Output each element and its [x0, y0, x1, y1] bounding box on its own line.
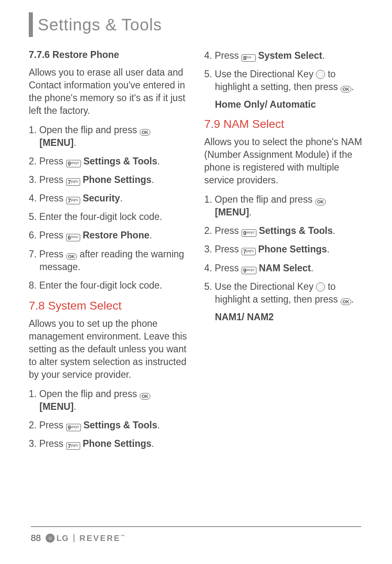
step-bold: [MENU]	[39, 137, 74, 148]
step-776-2: 2. Press 9wxyz Settings & Tools.	[29, 155, 188, 168]
heading-7-8: 7.8 System Select	[29, 299, 188, 312]
page-title: Settings & Tools	[38, 16, 162, 34]
page-footer: 88 ☺ LG REVERE™	[31, 526, 361, 543]
step-text: 4. Press	[29, 193, 66, 203]
model-name: REVERE™	[79, 534, 126, 543]
ok-key-icon: OK	[341, 86, 352, 92]
page-header: Settings & Tools	[29, 12, 363, 37]
directional-key-icon	[316, 70, 325, 79]
step-text: 2. Press	[204, 225, 242, 236]
key-7-icon: 7pqrs	[66, 178, 80, 186]
para-7-8: Allows you to set up the phone managemen…	[29, 317, 188, 381]
step-78-4: 4. Press 8tuv System Select.	[204, 49, 363, 62]
step-bold: Phone Settings	[83, 438, 151, 449]
step-776-4: 4. Press 7pqrs Security.	[29, 192, 188, 205]
step-bold: Restore Phone	[83, 230, 149, 240]
step-text: 1. Open the flip and press	[29, 388, 140, 399]
step-text: 2. Press	[29, 156, 66, 166]
footer-vr	[74, 534, 74, 542]
step-text: 1. Open the flip and press	[29, 125, 140, 135]
header-accent-bar	[29, 12, 33, 37]
ok-key-icon: OK	[140, 393, 151, 400]
step-text: 3. Press	[204, 244, 242, 254]
step-bold: [MENU]	[215, 207, 249, 217]
key-8-icon: 8tuv	[242, 54, 256, 62]
step-776-6: 6. Press 6mno Restore Phone.	[29, 229, 188, 242]
step-text: 2. Press	[29, 420, 66, 430]
ok-key-icon: OK	[315, 199, 326, 205]
ok-key-icon: OK	[66, 253, 77, 260]
options-7-8: Home Only/ Automatic	[204, 99, 363, 110]
step-78-2: 2. Press 9wxyz Settings & Tools.	[29, 419, 188, 432]
step-bold: Settings & Tools	[259, 225, 333, 236]
step-text: 6. Press	[29, 230, 66, 240]
key-9-icon: 9wxyz	[242, 267, 256, 274]
content-columns: 7.7.6 Restore Phone Allows you to erase …	[29, 49, 363, 456]
step-text: 3. Press	[29, 174, 66, 185]
step-bold: System Select	[258, 50, 322, 61]
para-7-9: Allows you to select the phone's NAM (Nu…	[204, 136, 363, 187]
lg-logo: ☺ LG	[46, 534, 69, 543]
para-7-7-6: Allows you to erase all user data and Co…	[29, 66, 188, 117]
right-column: 4. Press 8tuv System Select. 5. Use the …	[204, 49, 363, 456]
ok-key-icon: OK	[140, 129, 151, 136]
step-text: 5. Use the Directional Key	[204, 69, 316, 79]
step-78-3: 3. Press 7pqrs Phone Settings.	[29, 437, 188, 450]
key-7-icon: 7pqrs	[242, 248, 256, 255]
step-text: 1. Open the flip and press	[204, 194, 315, 205]
step-text: 4. Press	[204, 263, 242, 273]
step-text: 5. Use the Directional Key	[204, 281, 316, 292]
lg-text: LG	[56, 534, 69, 543]
step-79-5: 5. Use the Directional Key to highlight …	[204, 280, 363, 306]
key-6-icon: 6mno	[66, 234, 80, 241]
lg-face-icon: ☺	[46, 534, 55, 543]
key-9-icon: 9wxyz	[66, 424, 81, 431]
step-bold: Settings & Tools	[83, 156, 157, 166]
step-text: 3. Press	[29, 438, 66, 449]
page-number: 88	[31, 533, 41, 543]
directional-key-icon	[316, 282, 325, 291]
options-7-9: NAM1/ NAM2	[204, 312, 363, 323]
step-776-5: 5. Enter the four-digit lock code.	[29, 210, 188, 223]
key-9-icon: 9wxyz	[242, 229, 256, 237]
footer-divider	[31, 526, 361, 527]
step-776-3: 3. Press 7pqrs Phone Settings.	[29, 173, 188, 186]
heading-7-7-6: 7.7.6 Restore Phone	[29, 49, 188, 60]
step-bold: Phone Settings	[83, 174, 151, 185]
step-79-4: 4. Press 9wxyz NAM Select.	[204, 262, 363, 275]
key-7-icon: 7pqrs	[66, 442, 80, 450]
step-776-8: 8. Enter the four-digit lock code.	[29, 279, 188, 292]
step-776-1: 1. Open the flip and press OK [MENU].	[29, 124, 188, 149]
heading-7-9: 7.9 NAM Select	[204, 118, 363, 131]
step-text: 7. Press	[29, 249, 66, 259]
ok-key-icon: OK	[341, 298, 352, 305]
key-7-icon: 7pqrs	[66, 197, 80, 204]
step-78-5: 5. Use the Directional Key to highlight …	[204, 68, 363, 93]
step-bold: [MENU]	[39, 401, 74, 412]
step-78-1: 1. Open the flip and press OK [MENU].	[29, 388, 188, 413]
footer-row: 88 ☺ LG REVERE™	[31, 533, 361, 543]
left-column: 7.7.6 Restore Phone Allows you to erase …	[29, 49, 188, 456]
step-text: 4. Press	[204, 50, 242, 61]
step-79-2: 2. Press 9wxyz Settings & Tools.	[204, 224, 363, 237]
step-bold: Phone Settings	[258, 244, 327, 254]
step-79-3: 3. Press 7pqrs Phone Settings.	[204, 243, 363, 256]
step-bold: NAM Select	[259, 263, 311, 273]
step-bold: Security	[83, 193, 120, 203]
step-bold: Settings & Tools	[83, 420, 157, 430]
step-79-1: 1. Open the flip and press OK [MENU].	[204, 193, 363, 219]
step-776-7: 7. Press OK after reading the warning me…	[29, 248, 188, 273]
key-9-icon: 9wxyz	[66, 160, 81, 167]
